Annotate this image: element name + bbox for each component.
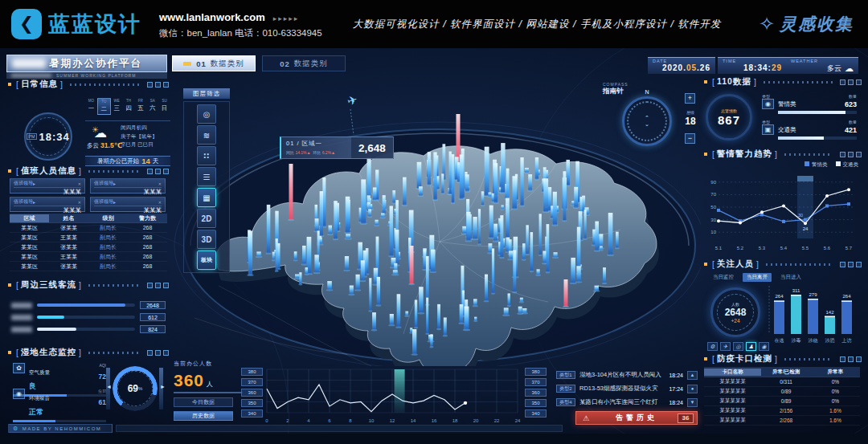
column-header[interactable]: 警力数 — [128, 214, 167, 222]
close-icon[interactable]: ✕ — [158, 200, 162, 205]
office-button[interactable]: 历史数据 — [174, 411, 233, 421]
week-day-6[interactable]: SA六 — [146, 98, 158, 115]
panel-window-icon[interactable] — [848, 152, 854, 157]
website-link[interactable]: www.lanlanwork.com — [159, 11, 265, 23]
panel-window-icon[interactable] — [155, 283, 161, 288]
panel-window-icon[interactable] — [848, 356, 854, 362]
focus-tab[interactable]: 当日监控 — [709, 273, 738, 282]
layer-button-3d-view[interactable]: 3D — [197, 230, 216, 249]
panel-window-icon[interactable] — [848, 262, 854, 267]
scroll-dot-icon[interactable]: ● — [687, 385, 698, 393]
panel-expand-icon[interactable] — [163, 82, 169, 88]
tab-data-category-02[interactable]: 02数据类别 — [262, 55, 346, 71]
checkpoint-row[interactable]: 某某某某某2/1561.6% — [704, 406, 860, 416]
panel-expand-icon[interactable] — [856, 262, 862, 267]
focus-icon-0[interactable]: ⚙ — [707, 342, 718, 351]
column-header[interactable]: 异常/已检测 — [761, 369, 810, 376]
scroll-down-icon[interactable]: ▼ — [687, 398, 698, 407]
panel-expand-icon[interactable] — [856, 79, 862, 85]
layer-button-camera-layer[interactable]: ◎ — [197, 104, 216, 124]
legend-item[interactable]: 交通类 — [836, 161, 859, 169]
week-day-4[interactable]: TH四 — [123, 98, 135, 115]
close-icon[interactable]: ✕ — [78, 200, 81, 205]
close-icon[interactable]: ✕ — [78, 181, 81, 186]
panel-expand-icon[interactable] — [856, 356, 862, 362]
table-row[interactable]: 某某区王某某副局长268 — [10, 252, 167, 262]
column-header[interactable]: 区域 — [10, 214, 49, 222]
gauge-next-arrow[interactable]: ► — [160, 384, 166, 389]
weather-value: 多云☁ — [791, 63, 854, 74]
week-day-1[interactable]: MO一 — [85, 98, 97, 115]
trend-line-chart[interactable]: 907050301024305.15.25.35.45.55.65.7 — [706, 169, 858, 255]
panel-window-icon[interactable] — [155, 169, 161, 174]
checkpoint-row[interactable]: 某某某某某0/890% — [704, 387, 860, 397]
scroll-up-icon[interactable]: ▲ — [687, 371, 698, 380]
panel-minimize-icon[interactable] — [147, 82, 153, 88]
alert-row[interactable]: 类型1湿地3-104片区有不明人员闯入18:24▲ — [556, 369, 698, 381]
week-day-5[interactable]: FR五 — [134, 98, 146, 115]
tab-data-category-01[interactable]: 01数据类别 — [172, 55, 256, 71]
duty-leader-card[interactable]: 值班领导 ▸✕某某某 — [90, 197, 166, 212]
legend-item[interactable]: 警情类 — [805, 161, 828, 169]
panel-window-icon[interactable] — [155, 350, 161, 356]
checkpoint-row[interactable]: 某某某某某2/2681.6% — [704, 416, 860, 426]
compass-ring[interactable]: N ⌃⌄ — [622, 96, 672, 146]
layer-button-blocks-view[interactable]: 板块 — [197, 251, 216, 270]
focus-icon-3[interactable]: ♟ — [746, 342, 756, 351]
redacted-label — [11, 303, 32, 308]
panel-header: [关注人员] — [702, 259, 862, 270]
week-day-2[interactable]: TU二 — [97, 98, 111, 115]
panel-window-icon[interactable] — [155, 82, 161, 88]
duty-leader-card[interactable]: 值班领导 ▸✕某某某 — [10, 197, 85, 212]
panel-minimize-icon[interactable] — [147, 283, 153, 288]
panel-window-icon[interactable] — [848, 79, 854, 85]
panel-expand-icon[interactable] — [163, 169, 169, 174]
panel-expand-icon[interactable] — [163, 350, 169, 356]
alert-row[interactable]: 类型2RD13-53烟感探测器疑似火灾17:24● — [556, 383, 698, 394]
layer-button-chart-layer[interactable]: ▦ — [197, 188, 216, 207]
table-row[interactable]: 某某区张某某副局长268 — [10, 262, 167, 271]
layer-button-list-layer[interactable]: ☰ — [197, 167, 216, 186]
close-icon[interactable]: ✕ — [158, 181, 162, 186]
week-day-3[interactable]: WE三 — [111, 98, 123, 115]
panel-expand-icon[interactable] — [856, 152, 862, 157]
office-button[interactable]: 今日数据 — [174, 397, 233, 407]
gauge-prev-arrow[interactable]: ◄ — [106, 384, 112, 389]
layer-button-signal-layer[interactable]: ≋ — [197, 125, 216, 145]
column-header[interactable]: 级别 — [88, 214, 128, 222]
zoom-in-button[interactable]: + — [685, 93, 695, 104]
table-row[interactable]: 某某区张某某副局长268 — [10, 242, 167, 252]
panel-expand-icon[interactable] — [163, 283, 169, 288]
panel-minimize-icon[interactable] — [840, 79, 845, 85]
panel-minimize-icon[interactable] — [840, 262, 845, 267]
zoom-out-button[interactable]: − — [685, 133, 695, 144]
panel-minimize-icon[interactable] — [840, 152, 845, 157]
panel-minimize-icon[interactable] — [147, 350, 153, 356]
week-day-7[interactable]: SU日 — [158, 98, 170, 115]
alert-row[interactable]: 类型4某路口有小汽车连闯三个红灯18:24▼ — [556, 397, 698, 408]
layer-button-2d-view[interactable]: 2D — [197, 209, 216, 228]
inspiration-collect[interactable]: ✧ 灵感收集 — [759, 13, 854, 35]
header-leader-line — [88, 284, 140, 287]
table-row[interactable]: 某某区王某某副局长268 — [10, 233, 167, 242]
checkpoint-row[interactable]: 某某某某某0/890% — [704, 397, 860, 406]
hourly-line-chart[interactable]: 024681012141618202224 — [265, 366, 522, 429]
column-header[interactable]: 卡口名称 — [704, 369, 761, 376]
duty-leader-card[interactable]: 值班领导 ▸✕某某某 — [10, 178, 85, 193]
focus-bar-chart[interactable]: 264在逃311涉毒279涉稳142涉恐264上访 — [767, 281, 860, 350]
layer-button-cluster-layer[interactable]: ∷ — [197, 146, 216, 165]
duty-leader-card[interactable]: 值班领导 ▸✕某某某 — [90, 178, 166, 193]
table-row[interactable]: 某某区张某某副局长268 — [10, 223, 167, 233]
focus-icon-2[interactable]: ◎ — [733, 342, 743, 351]
dashboard: ✈ 暑期办公协作平台 SUMMER WORKING PLATFORM 01数据类… — [0, 48, 868, 444]
cell: 268 — [128, 225, 167, 230]
alert-history-button[interactable]: ⚠ 告警历史 36 — [575, 411, 698, 425]
focus-icon-1[interactable]: ✈ — [720, 342, 731, 351]
column-header[interactable]: 姓名 — [49, 214, 88, 222]
panel-minimize-icon[interactable] — [840, 356, 845, 362]
column-header[interactable]: 异常率 — [811, 369, 860, 376]
panel-minimize-icon[interactable] — [147, 169, 153, 174]
alert-type-tag: 类型1 — [556, 371, 575, 379]
checkpoint-row[interactable]: 某某某某某0/3110% — [704, 377, 860, 387]
svg-text:6: 6 — [328, 418, 331, 423]
